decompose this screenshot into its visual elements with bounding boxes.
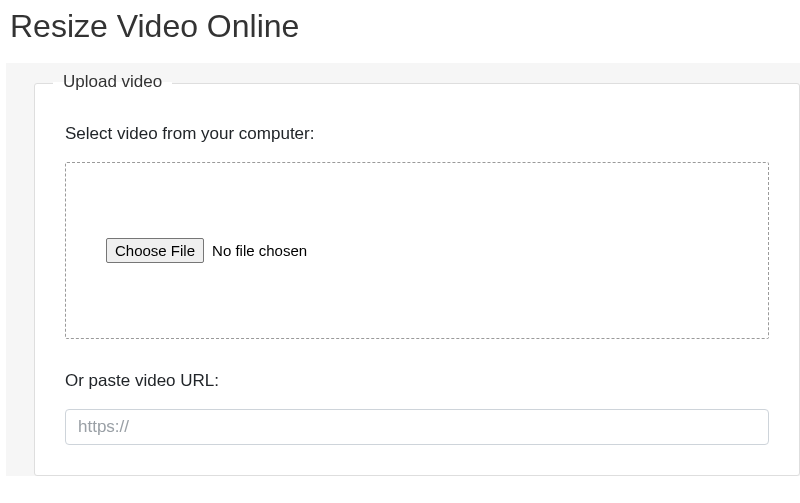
- page-title: Resize Video Online: [0, 0, 800, 63]
- main-panel: Upload video Select video from your comp…: [6, 63, 800, 476]
- file-dropzone[interactable]: Choose File No file chosen: [65, 162, 769, 339]
- file-picker: Choose File No file chosen: [106, 238, 728, 263]
- select-video-label: Select video from your computer:: [65, 124, 769, 144]
- upload-fieldset: Upload video Select video from your comp…: [34, 83, 800, 476]
- paste-url-label: Or paste video URL:: [65, 371, 769, 391]
- video-url-input[interactable]: [65, 409, 769, 445]
- upload-legend: Upload video: [53, 72, 172, 92]
- choose-file-button[interactable]: Choose File: [106, 238, 204, 263]
- file-status-text: No file chosen: [212, 242, 307, 259]
